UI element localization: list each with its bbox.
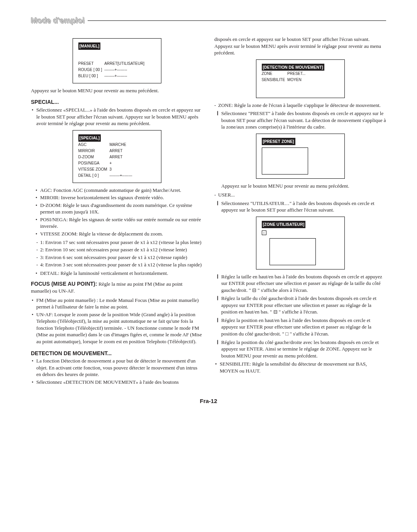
user-dash: USER...	[218, 191, 386, 198]
special-dzoom: D-ZOOM: Règle le taux d'agrandissement d…	[40, 202, 203, 215]
user-step-4: Réglez la position du côté gauche/droite…	[221, 339, 386, 359]
box-title-preset: [PRESET ZONE]	[262, 138, 295, 145]
detect-intro: La fonction Détection de mouvement a pou…	[36, 357, 203, 378]
menu-box-detect: [DETECTION DE MOUVEMENT] ZONEPRESET... S…	[256, 59, 345, 98]
page-title: Mode d'emploi	[31, 15, 85, 26]
focus-heading: FOCUS (MISE AU POINT):	[31, 281, 98, 287]
right-column: disposés en cercle et appuyez sur le bou…	[214, 35, 386, 388]
special-detail: DETAIL: Règle la luminosité verticalemen…	[40, 270, 203, 277]
menu-box-special: [SPECIAL] AGCMARCHE MIRROIRARRET D-ZOOMA…	[73, 130, 161, 183]
detect-heading: DETECTION DE MOUVEMENT...	[31, 350, 203, 357]
speed-2: 2: Environ 10 sec sont nécessaires pour …	[40, 246, 203, 253]
focus-unaf: UN-AF: Lorsque le zoom passe de la posit…	[36, 311, 203, 345]
special-table: AGCMARCHE MIRROIRARRET D-ZOOMARRET POSI/…	[78, 142, 135, 179]
box-title-user: [ZONE UTILISATEUR]	[262, 221, 306, 228]
special-intro: Sélectionnez «SPECIAL...» à l'aide des b…	[36, 107, 203, 127]
user-zone-frame	[270, 238, 316, 265]
sensibilite-bullet: SENSIBILITE: Règle la sensibilité du dét…	[220, 361, 386, 374]
left-column: [MANUEL] PRESETARRET[UTILISATEUR] ROUGE …	[31, 35, 203, 388]
page-number: Fra-12	[31, 397, 386, 405]
zone-dash: ZONE: Règle la zone de l'écran à laquell…	[218, 102, 386, 109]
special-posinega: POSI/NEGA: Règle les signaux de sortie v…	[40, 216, 203, 230]
detect-select: Sélectionnez «DETECTION DE MOUVEMENT» à …	[36, 379, 203, 386]
preset-zone-frame	[262, 147, 308, 175]
box-title-detect: [DETECTION DE MOUVEMENT]	[262, 64, 324, 71]
special-miroir: MIROIR: Inverse horizontalement les sign…	[40, 194, 203, 201]
header-divider	[88, 20, 386, 21]
special-vitesse: VITESSE ZOOM: Règle la vitesse de déplac…	[40, 230, 203, 237]
user-step-1: Réglez la taille en haut/en bas à l'aide…	[221, 273, 386, 294]
special-agc: AGC: Fonction AGC (commande automatique …	[40, 187, 203, 194]
menu-box-preset: [PRESET ZONE]	[256, 134, 345, 179]
manuel-table: PRESETARRET[UTILISATEUR] ROUGE [ 00 ]---…	[78, 61, 147, 79]
page-header: Mode d'emploi	[31, 15, 386, 26]
right-top-para: disposés en cercle et appuyez sur le bou…	[214, 36, 386, 56]
menu-box-user: [ZONE UTILISATEUR] ↕	[256, 217, 345, 269]
menu-box-manuel: [MANUEL] PRESETARRET[UTILISATEUR] ROUGE …	[73, 38, 161, 83]
zone-bar: Sélectionnez "PRESET" à l'aide des bouto…	[221, 110, 386, 130]
arrow-vert-icon: ↕	[262, 230, 266, 235]
detect-table: ZONEPRESET... SENSIBILITEMOYEN	[262, 71, 308, 83]
box-title-special: [SPECIAL]	[78, 134, 101, 142]
special-heading: SPECIAL...	[31, 98, 203, 106]
user-step-3: Réglez la position en haut/en bas à l'ai…	[221, 317, 386, 337]
user-step-2: Réglez la taille du côté gauche/droit à …	[221, 295, 386, 315]
content-columns: [MANUEL] PRESETARRET[UTILISATEUR] ROUGE …	[31, 35, 386, 388]
speed-3: 3: Environ 6 sec sont nécessaires pour p…	[40, 254, 203, 261]
box-title-manuel: [MANUEL]	[78, 42, 101, 50]
speed-4: 4: Environ 3 sec sont nécessaires pour p…	[40, 261, 203, 268]
speed-1: 1: Environ 17 sec sont nécessaires pour …	[40, 239, 203, 246]
preset-after: Appuyez sur le bouton MENU pour revenir …	[221, 183, 386, 190]
focus-fm: FM (Mise au point manuelle) : Le mode Ma…	[36, 297, 203, 310]
after-manuel-text: Appuyez sur le bouton MENU pour revenir …	[31, 87, 203, 94]
user-bar: Sélectionneez "UTILISATEUR…" à l'aide de…	[221, 200, 386, 213]
